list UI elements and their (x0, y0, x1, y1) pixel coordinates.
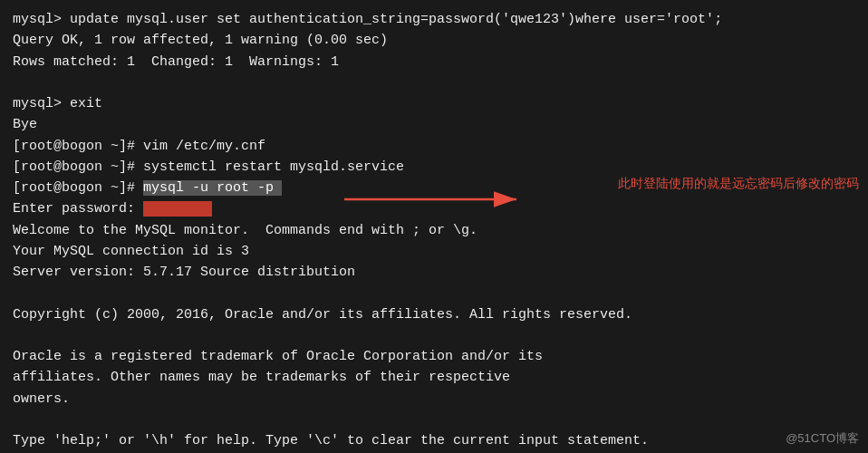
password-label: Enter password: (13, 201, 143, 217)
terminal-line-1: mysql> update mysql.user set authenticat… (13, 9, 855, 30)
terminal-line-12: Your MySQL connection id is 3 (13, 241, 855, 262)
terminal-line-6: Bye (13, 114, 855, 135)
terminal-line-7: [root@bogon ~]# vim /etc/my.cnf (13, 136, 855, 157)
terminal-line-16 (13, 325, 855, 346)
terminal-line-18: affiliates. Other names may be trademark… (13, 367, 855, 388)
prompt-9: [root@bogon ~]# (13, 180, 143, 196)
terminal-line-21: Type 'help;' or '\h' for help. Type '\c'… (13, 430, 855, 451)
password-field[interactable] (143, 201, 212, 217)
terminal-line-17: Oracle is a registered trademark of Orac… (13, 346, 855, 367)
terminal-line-11: Welcome to the MySQL monitor. Commands e… (13, 220, 855, 241)
terminal-line-13: Server version: 5.7.17 Source distributi… (13, 262, 855, 283)
terminal-line-20 (13, 410, 855, 430)
terminal-line-3: Rows matched: 1 Changed: 1 Warnings: 1 (13, 52, 855, 72)
cmd-highlight: mysql -u root -p (143, 180, 282, 196)
watermark: @51CTO博客 (786, 429, 859, 448)
terminal-line-14 (13, 283, 855, 304)
terminal-window: mysql> update mysql.user set authenticat… (0, 0, 868, 453)
annotation-arrow (335, 181, 535, 217)
terminal-line-5: mysql> exit (13, 93, 855, 114)
terminal-line-4 (13, 72, 855, 93)
terminal-line-2: Query OK, 1 row affected, 1 warning (0.0… (13, 30, 855, 51)
annotation-text: 此时登陆使用的就是远忘密码后修改的密码 (618, 174, 859, 194)
terminal-line-19: owners. (13, 389, 855, 410)
terminal-line-15: Copyright (c) 2000, 2016, Oracle and/or … (13, 304, 855, 325)
annotation-container: 此时登陆使用的就是远忘密码后修改的密码 (618, 174, 859, 194)
